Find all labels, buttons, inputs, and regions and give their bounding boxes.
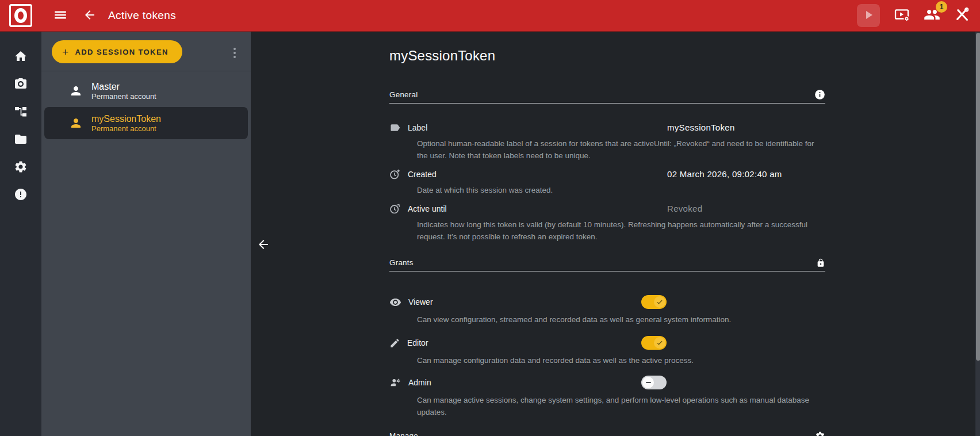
token-list-item-master[interactable]: Master Permanent account [44,75,248,107]
token-list-header: + ADD SESSION TOKEN [41,32,251,71]
pencil-icon [389,338,400,349]
app-window: Active tokens [0,0,980,436]
field-label-text: Active until [408,204,447,213]
token-item-subtitle: Permanent account [91,92,156,101]
token-list: Master Permanent account mySessionToken … [41,71,251,139]
video-settings-icon [894,7,910,25]
created-value: 02 March 2026, 09:02:40 am [667,169,782,179]
person-icon [69,84,83,98]
admin-icon [389,377,401,389]
grant-editor: Editor Can manage configuration data and… [389,335,825,366]
nav-rail [0,32,41,436]
error-icon [14,188,28,203]
video-settings-button[interactable] [894,7,910,25]
field-active-until: Active until Revoked Indicates how long … [389,203,825,243]
section-header-grants: Grants [389,258,825,271]
field-label-text: Created [408,170,437,179]
info-icon[interactable] [814,89,825,100]
eye-icon [389,296,401,308]
grant-description: Can manage configuration data and record… [417,354,825,366]
token-list-panel: + ADD SESSION TOKEN Master Permanent acc… [41,32,251,436]
app-logo[interactable] [0,4,41,27]
grant-description: Can manage active sessions, change syste… [417,394,825,418]
token-title: mySessionToken [389,48,825,64]
field-label: Label mySessionToken Optional human-read… [389,122,825,162]
collapse-arrow-icon [257,244,270,253]
token-item-title: mySessionToken [91,113,161,124]
grant-description: Can view configuration, streamed and rec… [417,313,825,326]
nav-camera-button[interactable] [0,71,41,98]
nav-home-button[interactable] [0,43,41,71]
grant-admin: Admin Can manage active sessions, change… [389,375,825,418]
collapse-panel-button[interactable] [257,238,270,253]
folder-icon [14,132,28,148]
token-item-subtitle: Permanent account [91,124,161,133]
section-header-manage: Manage [389,431,825,436]
vertical-scrollbar [975,32,980,436]
lock-icon [816,258,825,268]
back-button[interactable] [83,8,97,24]
section-label: Manage [389,431,815,436]
section-label: General [389,90,814,99]
plus-icon: + [62,47,70,58]
section-header-general: General [389,89,825,104]
token-list-item-mysessiontoken[interactable]: mySessionToken Permanent account [44,107,248,139]
home-icon [14,49,28,65]
toggle-dash-icon [642,377,654,388]
nav-tree-button[interactable] [0,98,41,126]
scrollbar-thumb[interactable] [976,33,980,361]
person-icon [69,116,83,130]
field-description: Indicates how long this token is valid (… [417,219,825,243]
topbar-actions: 1 [857,4,980,27]
token-detail-area: mySessionToken General Label [251,32,975,436]
nav-settings-button[interactable] [0,154,41,181]
nav-folder-button[interactable] [0,126,41,154]
field-created: Created 02 March 2026, 09:02:40 am Date … [389,169,825,196]
gear-icon [815,431,825,436]
logo-icon [9,4,32,27]
hamburger-icon [53,7,68,24]
panel-kebab-menu-button[interactable] [231,45,238,60]
toggle-check-icon [654,296,665,308]
grant-label: Admin [408,378,431,387]
viewer-toggle[interactable] [641,295,667,309]
active-until-value: Revoked [667,204,702,213]
grant-label: Editor [407,338,428,347]
grant-label: Viewer [408,297,433,307]
settings-icon [14,160,28,175]
play-button[interactable] [857,4,880,27]
field-label-text: Label [408,123,427,132]
play-icon [862,8,875,24]
toggle-check-icon [654,337,665,349]
hamburger-menu-button[interactable] [53,7,68,24]
admin-toggle[interactable] [641,376,667,389]
token-item-title: Master [91,81,156,92]
label-icon [389,122,401,133]
editor-toggle[interactable] [641,336,667,350]
add-session-token-button[interactable]: + ADD SESSION TOKEN [52,40,182,63]
grant-viewer: Viewer Can view configuration, streamed … [389,295,825,326]
top-bar: Active tokens [0,0,980,32]
field-description: Date at which this session was created. [417,184,825,196]
active-sessions-button[interactable]: 1 [924,6,940,25]
tools-button[interactable] [954,7,970,24]
camera-icon [14,77,28,93]
page-header-title: Active tokens [108,9,176,22]
label-value: mySessionToken [667,123,735,132]
clock-plus-icon [389,169,401,180]
add-session-token-label: ADD SESSION TOKEN [75,48,169,56]
nav-error-button[interactable] [0,181,41,209]
tree-icon [14,105,28,120]
back-icon [83,8,97,24]
tools-icon [954,7,970,24]
clock-refresh-icon [389,203,401,215]
session-count-badge: 1 [936,1,947,13]
section-label: Grants [389,258,816,267]
field-description: Optional human-readable label of a sessi… [417,137,825,162]
